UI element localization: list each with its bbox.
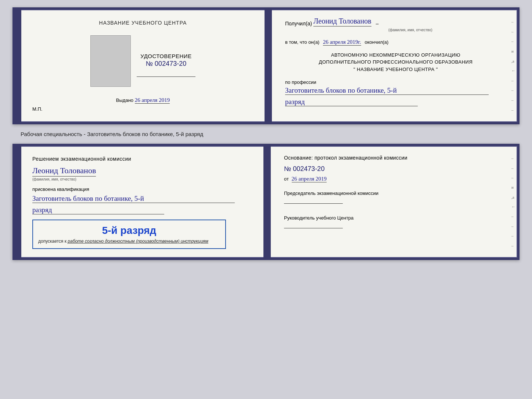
center-head-label: Руководитель учебного Центра <box>284 215 504 221</box>
profession-value: Заготовитель блоков по ботанике, 5-й <box>285 86 489 95</box>
issued-line: Выдано 26 апреля 2019 <box>116 97 170 103</box>
spine2-left <box>15 146 21 258</box>
stamp-prefix: допускается к работе согласно должностны… <box>38 239 220 244</box>
stamp-italic-text: работе согласно должностным (производств… <box>68 239 208 244</box>
profession-label: по профессии <box>285 79 506 85</box>
spine-left <box>15 10 21 122</box>
doc2-right-panel: Основание: протокол экзаменационной коми… <box>271 146 517 258</box>
commission-chair-block: Председатель экзаменационной комиссии <box>284 190 504 204</box>
cert-title: УДОСТОВЕРЕНИЕ <box>137 53 195 59</box>
confirm-prefix: в том, что он(а) <box>285 39 319 45</box>
center-head-sig-line <box>284 228 343 228</box>
commission-heading: Решением экзаменационной комиссии <box>32 155 252 163</box>
from-prefix: от <box>284 176 289 182</box>
from-line: от 26 апреля 2019 <box>284 176 504 182</box>
recipient-sublabel: (фамилия, имя, отчество) <box>314 28 506 32</box>
center-head-block: Руководитель учебного Центра <box>284 215 504 228</box>
stamp-rank: 5-й разряд <box>38 225 220 236</box>
recipient-name: Леонид Толованов <box>313 17 371 26</box>
doc2-qualification-value: Заготовитель блоков по ботанике, 5-й <box>32 195 235 203</box>
document-1: НАЗВАНИЕ УЧЕБНОГО ЦЕНТРА УДОСТОВЕРЕНИЕ №… <box>12 7 520 124</box>
stamp-box: 5-й разряд допускается к работе согласно… <box>32 220 226 249</box>
issued-date: 26 апреля 2019 <box>135 97 170 104</box>
confirm-date: 26 апреля 2019г. <box>323 39 361 46</box>
confirm-line: в том, что он(а) 26 апреля 2019г. окончи… <box>285 38 506 46</box>
photo-placeholder <box>90 35 131 87</box>
document-2: Решением экзаменационной комиссии Леонид… <box>12 144 520 260</box>
qualification-label: присвоена квалификация <box>32 186 252 193</box>
cert-number: № 002473-20 <box>137 60 195 68</box>
org-line2: ДОПОЛНИТЕЛЬНОГО ПРОФЕССИОНАЛЬНОГО ОБРАЗО… <box>285 58 506 66</box>
mp-label: М.П. <box>32 106 42 112</box>
rank-value: разряд <box>285 98 418 106</box>
basis-heading: Основание: протокол экзаменационной коми… <box>284 155 504 161</box>
commission-chair-sig-line <box>284 203 343 204</box>
issued-label: Выдано <box>116 97 133 103</box>
side-marks: – – – и ,а ← – – – – <box>511 10 515 122</box>
received-prefix: Получил(а) <box>285 21 312 26</box>
org-line1: АВТОНОМНУЮ НЕКОММЕРЧЕСКУЮ ОРГАНИЗАЦИЮ <box>285 51 506 59</box>
doc2-number: № 002473-20 <box>284 165 504 173</box>
spine-center <box>265 10 272 122</box>
commission-chair-label: Председатель экзаменационной комиссии <box>284 190 504 197</box>
doc2-from-date: 26 апреля 2019 <box>292 176 327 182</box>
org-block: АВТОНОМНУЮ НЕКОММЕРЧЕСКУЮ ОРГАНИЗАЦИЮ ДО… <box>285 51 506 73</box>
doc2-side-marks: – – – и ,а ← – – – – <box>511 146 515 258</box>
spine2-center <box>264 146 271 258</box>
doc2-left-panel: Решением экзаменационной комиссии Леонид… <box>21 146 264 258</box>
received-line: Получил(а) Леонид Толованов – <box>285 17 506 26</box>
confirm-suffix: окончил(а) <box>364 39 388 45</box>
org-line3: " НАЗВАНИЕ УЧЕБНОГО ЦЕНТРА " <box>285 66 506 73</box>
doc1-right-panel: Получил(а) Леонид Толованов – (фамилия, … <box>272 10 517 122</box>
doc2-rank-value: разряд <box>32 206 164 214</box>
specialty-label: Рабочая специальность - Заготовитель бло… <box>21 131 203 137</box>
doc2-person-sublabel: (фамилия, имя, отчество) <box>32 177 252 181</box>
doc2-person-name: Леонид Толованов <box>32 166 96 177</box>
doc1-left-panel: НАЗВАНИЕ УЧЕБНОГО ЦЕНТРА УДОСТОВЕРЕНИЕ №… <box>21 10 265 122</box>
training-center-heading: НАЗВАНИЕ УЧЕБНОГО ЦЕНТРА <box>99 20 187 26</box>
